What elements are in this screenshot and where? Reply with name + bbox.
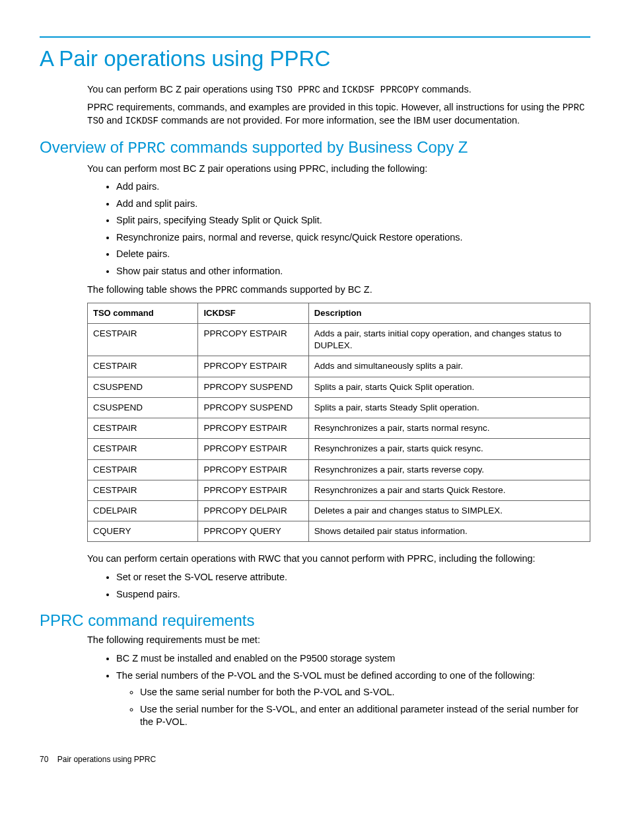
cell: CSUSPEND <box>88 377 198 397</box>
cell: PPRCOPY SUSPEND <box>198 377 308 397</box>
cell: CESTPAIR <box>88 323 198 356</box>
table-row: CESTPAIRPPRCOPY ESTPAIRResynchronizes a … <box>88 439 590 459</box>
table-intro: The following table shows the PPRC comma… <box>87 284 590 297</box>
table-row: CESTPAIRPPRCOPY ESTPAIRResynchronizes a … <box>88 459 590 480</box>
text: PPRC requirements, commands, and example… <box>87 102 563 112</box>
text: commands supported by Business Copy Z <box>166 138 468 156</box>
text: and <box>320 84 341 95</box>
list-item: Add pairs. <box>116 180 590 194</box>
overview-list: Add pairs. Add and split pairs. Split pa… <box>87 180 590 278</box>
rwc-list: Set or reset the S-VOL reserve attribute… <box>87 571 590 601</box>
code-pprc: PPRC <box>127 139 166 157</box>
table-row: CESTPAIRPPRCOPY ESTPAIRResynchronizes a … <box>88 418 590 439</box>
overview-heading: Overview of PPRC commands supported by B… <box>40 137 590 159</box>
page-footer: 70 Pair operations using PPRC <box>40 754 156 761</box>
footer-title: Pair operations using PPRC <box>57 755 156 761</box>
cell: Resynchronizes a pair and starts Quick R… <box>308 480 590 500</box>
cell: Resynchronizes a pair, starts normal res… <box>308 418 590 439</box>
cell: PPRCOPY SUSPEND <box>198 397 308 418</box>
table-row: CESTPAIRPPRCOPY ESTPAIRAdds a pair, star… <box>88 323 590 356</box>
table-row: CESTPAIRPPRCOPY ESTPAIRResynchronizes a … <box>88 480 590 500</box>
cell: PPRCOPY QUERY <box>198 521 308 542</box>
list-item: Show pair status and other information. <box>116 265 590 278</box>
intro-paragraph-1: You can perform BC Z pair operations usi… <box>87 83 590 96</box>
page-number: 70 <box>40 755 48 761</box>
table-header-row: TSO command ICKDSF Description <box>88 303 590 324</box>
cell: Splits a pair, starts Steady Split opera… <box>308 397 590 418</box>
cell: CSUSPEND <box>88 397 198 418</box>
text: and <box>104 115 125 126</box>
cell: Deletes a pair and changes status to SIM… <box>308 500 590 521</box>
pprc-commands-table: TSO command ICKDSF Description CESTPAIRP… <box>87 303 590 542</box>
list-item: The serial numbers of the P-VOL and the … <box>116 669 590 729</box>
list-item: Use the serial number for the S-VOL, and… <box>140 703 590 729</box>
text: The following table shows the <box>87 284 215 295</box>
table-row: CDELPAIRPPRCOPY DELPAIRDeletes a pair an… <box>88 500 590 521</box>
requirements-list: BC Z must be installed and enabled on th… <box>87 652 590 729</box>
list-item: Suspend pairs. <box>116 588 590 601</box>
list-item: BC Z must be installed and enabled on th… <box>116 652 590 666</box>
overview-intro: You can perform most BC Z pair operation… <box>87 163 590 176</box>
cell: CESTPAIR <box>88 439 198 459</box>
cell: Splits a pair, starts Quick Split operat… <box>308 377 590 397</box>
list-item: Set or reset the S-VOL reserve attribute… <box>116 571 590 584</box>
requirements-heading: PPRC command requirements <box>40 610 590 631</box>
overview-block: You can perform most BC Z pair operation… <box>87 163 590 601</box>
text: commands are not provided. For more info… <box>158 115 520 126</box>
cell: CESTPAIR <box>88 418 198 439</box>
code-tso-pprc: TSO PPRC <box>276 85 320 95</box>
list-item: Resynchronize pairs, normal and reverse,… <box>116 231 590 245</box>
list-item: Split pairs, specifying Steady Split or … <box>116 214 590 227</box>
cell: CESTPAIR <box>88 480 198 500</box>
intro-block: You can perform BC Z pair operations usi… <box>87 83 590 128</box>
cell: Resynchronizes a pair, starts quick resy… <box>308 439 590 459</box>
text: You can perform BC Z pair operations usi… <box>87 84 276 95</box>
cell: PPRCOPY ESTPAIR <box>198 356 308 377</box>
rwc-intro: You can perform certain operations with … <box>87 553 590 566</box>
text: The serial numbers of the P-VOL and the … <box>116 670 535 681</box>
cell: Adds and simultaneously splits a pair. <box>308 356 590 377</box>
cell: PPRCOPY ESTPAIR <box>198 418 308 439</box>
cell: CESTPAIR <box>88 459 198 480</box>
col-ickdsf: ICKDSF <box>198 303 308 324</box>
table-row: CESTPAIRPPRCOPY ESTPAIRAdds and simultan… <box>88 356 590 377</box>
requirements-sublist: Use the same serial number for both the … <box>116 686 590 729</box>
code-pprc: PPRC <box>215 285 238 295</box>
cell: PPRCOPY DELPAIR <box>198 500 308 521</box>
list-item: Use the same serial number for both the … <box>140 686 590 699</box>
table-row: CSUSPENDPPRCOPY SUSPENDSplits a pair, st… <box>88 397 590 418</box>
text: Overview of <box>40 138 127 156</box>
text: commands. <box>419 84 472 95</box>
text: commands supported by BC Z. <box>238 284 372 295</box>
requirements-intro: The following requirements must be met: <box>87 634 590 647</box>
cell: PPRCOPY ESTPAIR <box>198 323 308 356</box>
cell: PPRCOPY ESTPAIR <box>198 480 308 500</box>
page-title: A Pair operations using PPRC <box>40 44 590 74</box>
table-row: CSUSPENDPPRCOPY SUSPENDSplits a pair, st… <box>88 377 590 397</box>
cell: CESTPAIR <box>88 356 198 377</box>
cell: PPRCOPY ESTPAIR <box>198 439 308 459</box>
cell: CDELPAIR <box>88 500 198 521</box>
code-ickdsf: ICKDSF <box>125 116 158 126</box>
col-description: Description <box>308 303 590 324</box>
code-ickdsf-pprcopy: ICKDSF PPRCOPY <box>341 85 419 95</box>
col-tso: TSO command <box>88 303 198 324</box>
cell: Shows detailed pair status information. <box>308 521 590 542</box>
requirements-block: The following requirements must be met: … <box>87 634 590 728</box>
table-row: CQUERYPPRCOPY QUERYShows detailed pair s… <box>88 521 590 542</box>
intro-paragraph-2: PPRC requirements, commands, and example… <box>87 101 590 128</box>
top-rule <box>40 36 590 38</box>
list-item: Delete pairs. <box>116 248 590 261</box>
cell: CQUERY <box>88 521 198 542</box>
cell: Adds a pair, starts initial copy operati… <box>308 323 590 356</box>
cell: PPRCOPY ESTPAIR <box>198 459 308 480</box>
list-item: Add and split pairs. <box>116 198 590 211</box>
cell: Resynchronizes a pair, starts reverse co… <box>308 459 590 480</box>
